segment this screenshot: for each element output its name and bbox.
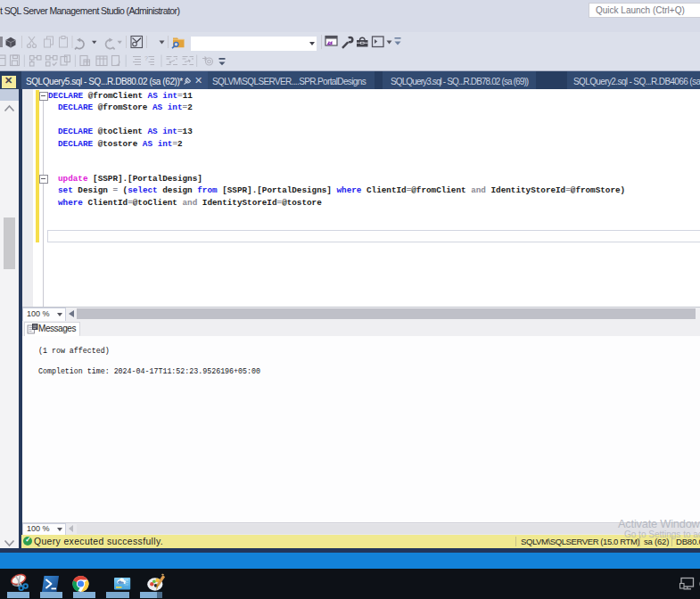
svg-text:?: ?	[144, 55, 148, 62]
